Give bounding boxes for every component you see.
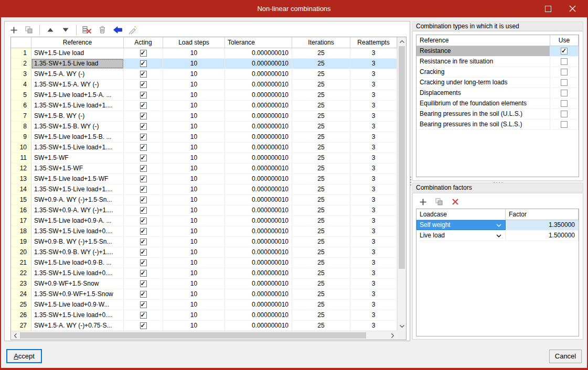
iterations-cell[interactable]: 25	[292, 59, 350, 69]
load-steps-cell[interactable]: 10	[163, 153, 225, 163]
reference-cell[interactable]: SW+1.5·Live load+1.5·WF	[31, 174, 124, 184]
acting-cell[interactable]	[124, 226, 163, 236]
combination-row[interactable]: 6 1.35·SW+1.5·Live load+1.... 10 0.00000…	[11, 101, 397, 111]
iterations-cell[interactable]: 25	[292, 122, 350, 132]
acting-cell[interactable]	[124, 279, 163, 289]
scroll-right-arrow[interactable]	[388, 331, 397, 340]
reattempts-cell[interactable]: 3	[350, 143, 397, 153]
combination-row[interactable]: 10 1.35·SW+1.5·Live load+1.... 10 0.0000…	[11, 143, 397, 153]
acting-checkbox[interactable]	[140, 102, 147, 109]
tolerance-cell[interactable]: 0.000000010	[225, 48, 292, 58]
type-use-cell[interactable]	[550, 119, 579, 129]
acting-checkbox[interactable]	[140, 207, 147, 214]
tolerance-cell[interactable]: 0.000000010	[225, 143, 292, 153]
acting-cell[interactable]	[124, 90, 163, 100]
row-number-cell[interactable]: 27	[11, 321, 31, 331]
reattempts-cell[interactable]: 3	[350, 101, 397, 111]
acting-cell[interactable]	[124, 143, 163, 153]
load-steps-cell[interactable]: 10	[163, 164, 225, 173]
row-number-cell[interactable]: 13	[11, 174, 31, 184]
tolerance-cell[interactable]: 0.000000010	[225, 289, 292, 299]
acting-checkbox[interactable]	[140, 197, 147, 203]
acting-cell[interactable]	[124, 48, 163, 58]
load-steps-cell[interactable]: 10	[163, 184, 225, 194]
move-down-button[interactable]	[60, 24, 71, 36]
load-steps-cell[interactable]: 10	[163, 59, 225, 69]
iterations-cell[interactable]: 25	[292, 111, 350, 121]
load-steps-cell[interactable]: 10	[163, 101, 225, 111]
acting-checkbox[interactable]	[140, 301, 147, 308]
factor-row[interactable]: Live load 1.500000	[416, 231, 579, 241]
tolerance-cell[interactable]: 0.000000010	[225, 258, 292, 268]
combination-type-row[interactable]: Displacements	[416, 88, 579, 99]
reattempts-cell[interactable]: 3	[350, 153, 397, 163]
add-factor-button[interactable]	[417, 196, 429, 208]
acting-cell[interactable]	[124, 195, 163, 205]
load-steps-cell[interactable]: 10	[163, 80, 225, 90]
iterations-cell[interactable]: 25	[292, 90, 350, 100]
combination-row[interactable]: 24 1.35·SW+0.9·WF+1.5·Snow 10 0.00000001…	[11, 289, 397, 300]
tolerance-cell[interactable]: 0.000000010	[225, 80, 292, 90]
load-steps-cell[interactable]: 10	[163, 310, 225, 320]
reattempts-cell[interactable]: 3	[350, 205, 397, 215]
vertical-scroll-thumb[interactable]	[399, 46, 405, 269]
type-use-cell[interactable]	[550, 99, 579, 108]
row-number-cell[interactable]: 18	[11, 226, 31, 236]
row-number-cell[interactable]: 19	[11, 237, 31, 247]
acting-checkbox[interactable]	[140, 71, 147, 78]
tolerance-cell[interactable]: 0.000000010	[225, 237, 292, 247]
row-number-cell[interactable]: 25	[11, 300, 31, 310]
type-reference-cell[interactable]: Equilibrium of the foundation elements	[416, 99, 550, 108]
acting-checkbox[interactable]	[140, 249, 147, 256]
copy-factor-button[interactable]	[433, 196, 445, 208]
reference-cell[interactable]: SW+0.9·B. WY (-)+1.5·Sn...	[31, 237, 124, 247]
load-steps-cell[interactable]: 10	[163, 268, 225, 278]
tolerance-cell[interactable]: 0.000000010	[225, 321, 292, 331]
iterations-cell[interactable]: 25	[292, 184, 350, 194]
combination-row[interactable]: 7 SW+1.5·B. WY (-) 10 0.000000010 25 3	[11, 111, 397, 122]
reattempts-cell[interactable]: 3	[350, 111, 397, 121]
acting-checkbox[interactable]	[140, 322, 147, 329]
acting-cell[interactable]	[124, 268, 163, 278]
iterations-cell[interactable]: 25	[292, 205, 350, 215]
tolerance-cell[interactable]: 0.000000010	[225, 205, 292, 215]
use-checkbox[interactable]	[561, 79, 568, 86]
tolerance-cell[interactable]: 0.000000010	[225, 90, 292, 100]
reference-cell[interactable]: 1.35·SW+1.5·Live load+0....	[31, 310, 124, 320]
tolerance-cell[interactable]: 0.000000010	[225, 195, 292, 205]
combination-row[interactable]: 27 SW+1.5·A. WY (-)+0.75·S... 10 0.00000…	[11, 321, 397, 331]
combination-row[interactable]: 14 1.35·SW+1.5·Live load+1.... 10 0.0000…	[11, 184, 397, 195]
combination-row[interactable]: 18 1.35·SW+1.5·Live load+0.... 10 0.0000…	[11, 226, 397, 237]
row-number-cell[interactable]: 2	[11, 59, 31, 69]
acting-checkbox[interactable]	[140, 165, 147, 172]
acting-checkbox[interactable]	[140, 134, 147, 140]
load-steps-cell[interactable]: 10	[163, 300, 225, 310]
acting-checkbox[interactable]	[140, 228, 147, 235]
row-number-cell[interactable]: 17	[11, 216, 31, 226]
type-reference-cell[interactable]: Resistance	[416, 46, 550, 56]
row-number-cell[interactable]: 24	[11, 289, 31, 299]
reference-cell[interactable]: SW+1.5·Live load+0.9·B. ...	[31, 258, 124, 268]
tolerance-cell[interactable]: 0.000000010	[225, 132, 292, 142]
reattempts-cell[interactable]: 3	[350, 69, 397, 79]
acting-checkbox[interactable]	[140, 280, 147, 287]
type-reference-cell[interactable]: Bearing pressures in the soil (S.L.S.)	[416, 119, 550, 129]
use-checkbox[interactable]	[561, 90, 568, 96]
acting-cell[interactable]	[124, 111, 163, 121]
iterations-cell[interactable]: 25	[292, 289, 350, 299]
iterations-cell[interactable]: 25	[292, 143, 350, 153]
combination-row[interactable]: 3 SW+1.5·A. WY (-) 10 0.000000010 25 3	[11, 69, 397, 80]
reattempts-cell[interactable]: 3	[350, 59, 397, 69]
row-number-cell[interactable]: 20	[11, 247, 31, 257]
acting-cell[interactable]	[124, 300, 163, 310]
row-number-cell[interactable]: 14	[11, 184, 31, 194]
combination-row[interactable]: 26 1.35·SW+1.5·Live load+0.... 10 0.0000…	[11, 310, 397, 321]
loadcase-dropdown[interactable]: Live load	[416, 231, 506, 241]
reattempts-cell[interactable]: 3	[350, 268, 397, 278]
load-steps-cell[interactable]: 10	[163, 279, 225, 289]
use-checkbox[interactable]	[561, 100, 568, 107]
acting-checkbox[interactable]	[140, 259, 147, 266]
acting-checkbox[interactable]	[140, 155, 147, 161]
load-steps-cell[interactable]: 10	[163, 289, 225, 299]
acting-cell[interactable]	[124, 69, 163, 79]
